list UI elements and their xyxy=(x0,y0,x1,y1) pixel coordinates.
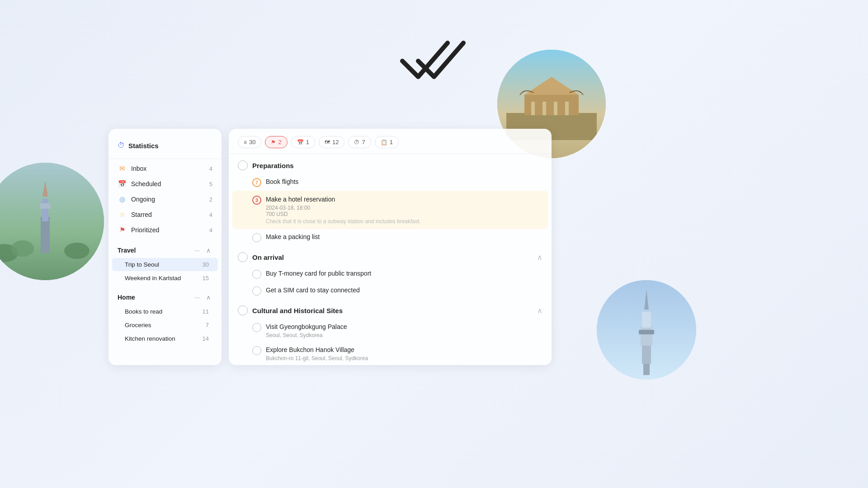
home-group-more-btn[interactable]: ··· xyxy=(193,293,202,302)
gyeongbokgung-title: Visit Gyeongbokgung Palace xyxy=(266,323,347,330)
stats-icon: ⏱ xyxy=(118,141,125,150)
home-group-collapse-btn[interactable]: ∧ xyxy=(204,293,212,302)
inbox-icon: ✉ xyxy=(118,164,127,173)
main-content: ≡ 30 ⚑ 2 📅 1 🗺 12 ⏱ 7 📋 1 xyxy=(229,129,552,365)
sidebar-item-scheduled[interactable]: 📅 Scheduled 5 xyxy=(108,176,222,192)
map-icon: 🗺 xyxy=(325,139,330,145)
sidebar-divider xyxy=(108,159,222,159)
sidebar-item-prioritized[interactable]: ⚑ Prioritized 4 xyxy=(108,222,222,238)
sidebar-item-groceries[interactable]: Groceries 7 xyxy=(112,319,218,332)
inbox-label: Inbox xyxy=(131,165,146,172)
inbox-count: 4 xyxy=(209,165,212,172)
sidebar-item-books-to-read[interactable]: Books to read 11 xyxy=(112,305,218,318)
sidebar-item-inbox[interactable]: ✉ Inbox 4 xyxy=(108,161,222,176)
stats-label: Statistics xyxy=(128,142,159,150)
trip-to-seoul-label: Trip to Seoul xyxy=(125,261,159,268)
bukchon-checkbox[interactable] xyxy=(252,346,261,355)
ongoing-label: Ongoing xyxy=(131,196,155,203)
filter-chip-map-count: 12 xyxy=(332,139,339,145)
prioritized-count: 4 xyxy=(209,227,212,234)
starred-icon: ☆ xyxy=(118,211,127,219)
travel-group-more-btn[interactable]: ··· xyxy=(193,246,202,255)
home-group: Home ··· ∧ Books to read 11 Groceries 7 … xyxy=(108,290,222,345)
weekend-karlstad-label: Weekend in Karlstad xyxy=(125,275,181,282)
svg-rect-15 xyxy=(565,102,569,115)
filter-chip-priority[interactable]: ⚑ 2 xyxy=(265,136,287,148)
svg-rect-22 xyxy=(639,330,654,334)
svg-rect-18 xyxy=(642,343,651,364)
section-preparations-title: Preparations xyxy=(252,162,294,169)
task-list: Preparations 7 Book flights 3 Make a hot… xyxy=(229,154,552,365)
sidebar-item-ongoing[interactable]: ◎ Ongoing 2 xyxy=(108,192,222,207)
svg-point-2 xyxy=(11,240,34,257)
section-preparations-circle xyxy=(238,160,248,170)
section-on-arrival-title: On arrival xyxy=(252,253,284,261)
section-cultural-circle xyxy=(238,305,248,315)
task-t-money[interactable]: Buy T-money card for public transport xyxy=(238,266,542,282)
filter-chip-calendar[interactable]: 📋 1 xyxy=(375,136,399,148)
travel-group-title: Travel xyxy=(118,247,136,254)
books-to-read-label: Books to read xyxy=(125,308,162,315)
svg-point-3 xyxy=(64,243,90,259)
task-bukchon[interactable]: Explore Bukchon Hanok Village Bukchon-ro… xyxy=(238,342,542,365)
on-arrival-collapse-btn[interactable]: ∧ xyxy=(537,253,542,262)
task-packing-list[interactable]: Make a packing list xyxy=(238,229,542,246)
scheduled-filter-icon: 📅 xyxy=(297,139,304,145)
task-gyeongbokgung[interactable]: Visit Gyeongbokgung Palace Seoul, Seoul,… xyxy=(238,319,542,342)
book-flights-title: Book flights xyxy=(266,178,298,185)
svg-rect-13 xyxy=(542,102,546,115)
sidebar-item-weekend-karlstad[interactable]: Weekend in Karlstad 15 xyxy=(112,272,218,285)
prioritized-label: Prioritized xyxy=(131,226,159,234)
scheduled-label: Scheduled xyxy=(131,180,161,188)
bg-circle-left xyxy=(0,163,104,280)
travel-group: Travel ··· ∧ Trip to Seoul 30 Weekend in… xyxy=(108,243,222,285)
all-tasks-icon: ≡ xyxy=(244,139,247,145)
svg-rect-19 xyxy=(641,325,652,346)
sidebar-item-kitchen-renovation[interactable]: Kitchen renovation 14 xyxy=(112,332,218,345)
time-icon: ⏱ xyxy=(354,139,359,145)
filter-chip-time[interactable]: ⏱ 7 xyxy=(348,136,371,148)
hotel-reservation-badge: 3 xyxy=(252,196,261,205)
filter-chip-map[interactable]: 🗺 12 xyxy=(319,136,344,148)
ongoing-count: 2 xyxy=(209,196,212,203)
sidebar-item-starred[interactable]: ☆ Starred 4 xyxy=(108,207,222,222)
filter-chip-scheduled-count: 1 xyxy=(306,139,309,145)
travel-group-collapse-btn[interactable]: ∧ xyxy=(204,246,212,255)
sidebar-item-trip-to-seoul[interactable]: Trip to Seoul 30 xyxy=(112,258,218,271)
trip-to-seoul-count: 30 xyxy=(203,261,209,268)
bg-circle-right-bottom xyxy=(597,280,696,380)
gyeongbokgung-meta: Seoul, Seoul, Sydkorea xyxy=(266,332,542,338)
filter-chip-time-count: 7 xyxy=(362,139,365,145)
calendar-icon: 📋 xyxy=(381,139,387,145)
filter-chip-all[interactable]: ≡ 30 xyxy=(238,136,261,148)
hotel-reservation-note: Check that it is close to a subway stati… xyxy=(266,218,542,225)
scheduled-count: 5 xyxy=(209,181,212,188)
section-cultural-title: Cultural and Historical Sites xyxy=(252,307,343,314)
hotel-reservation-title: Make a hotel reservation xyxy=(266,196,335,203)
task-hotel-reservation[interactable]: 3 Make a hotel reservation 2024-03-18, 1… xyxy=(232,191,548,229)
task-sim-card[interactable]: Get a SIM card to stay connected xyxy=(238,282,542,299)
sim-card-title: Get a SIM card to stay connected xyxy=(266,286,360,294)
main-container: ⏱ Statistics ✉ Inbox 4 📅 Scheduled 5 ◎ O… xyxy=(108,129,552,365)
cultural-collapse-btn[interactable]: ∧ xyxy=(537,306,542,315)
filter-bar: ≡ 30 ⚑ 2 📅 1 🗺 12 ⏱ 7 📋 1 xyxy=(229,129,552,154)
filter-chip-scheduled[interactable]: 📅 1 xyxy=(291,136,315,148)
task-book-flights[interactable]: 7 Book flights xyxy=(238,174,542,191)
svg-rect-5 xyxy=(42,199,48,221)
home-group-header: Home ··· ∧ xyxy=(108,290,222,305)
travel-group-header: Travel ··· ∧ xyxy=(108,243,222,258)
packing-list-checkbox[interactable] xyxy=(252,233,261,242)
scheduled-icon: 📅 xyxy=(118,180,127,188)
sidebar: ⏱ Statistics ✉ Inbox 4 📅 Scheduled 5 ◎ O… xyxy=(108,129,222,365)
sim-card-checkbox[interactable] xyxy=(252,286,261,296)
ongoing-icon: ◎ xyxy=(118,195,127,203)
svg-rect-0 xyxy=(0,163,104,280)
kitchen-renovation-label: Kitchen renovation xyxy=(125,335,175,342)
hotel-reservation-meta: 2024-03-18, 18:00700 USD xyxy=(266,205,542,217)
priority-icon: ⚑ xyxy=(271,139,276,145)
prioritized-icon: ⚑ xyxy=(118,226,127,234)
filter-chip-all-count: 30 xyxy=(249,139,255,145)
t-money-checkbox[interactable] xyxy=(252,270,261,279)
gyeongbokgung-checkbox[interactable] xyxy=(252,323,261,332)
sidebar-stats-item[interactable]: ⏱ Statistics xyxy=(108,138,222,157)
